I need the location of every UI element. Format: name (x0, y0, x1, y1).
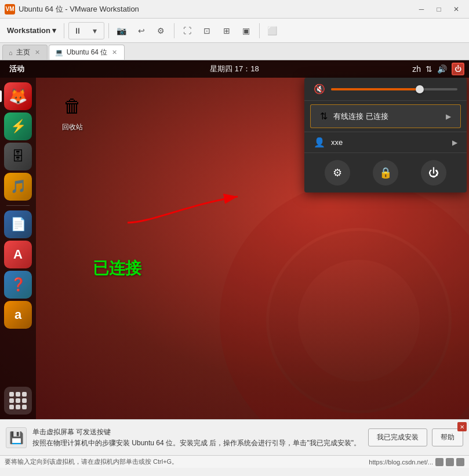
volume-slider-track[interactable] (331, 88, 457, 90)
full-screen-button[interactable]: ⛶ (179, 23, 196, 39)
install-done-button[interactable]: 我已完成安装 (368, 428, 427, 446)
network-label: 有线连接 已连接 (333, 111, 440, 122)
notification-sub-text: 按照在物理计算机中的步骤安装 Ubuntu 64 位。安装完成 后，操作系统会进… (32, 438, 362, 448)
toolbar: Workstation ▾ ⏸ ▾ 📷 ↩ ⚙ ⛶ ⊡ ⊞ ▣ ⬜ (0, 19, 469, 43)
network-panel-icon[interactable]: ⇅ (426, 64, 432, 74)
volume-slider-thumb[interactable] (416, 85, 424, 93)
status-bar: 要将输入定向到该虚拟机，请在虚拟机内部单击或按 Ctrl+G。 https://… (0, 455, 469, 468)
desktop-icon-trash[interactable]: 🗑 回收站 (52, 92, 93, 132)
panel-left: 活动 (5, 60, 29, 78)
workstation-menu[interactable]: Workstation ▾ (3, 24, 60, 37)
notification-buttons: 我已完成安装 帮助 (368, 428, 463, 446)
maximize-button[interactable]: □ (431, 3, 447, 16)
pause-dropdown[interactable]: ▾ (86, 23, 104, 39)
tab-ubuntu[interactable]: 💻 Ubuntu 64 位 ✕ (49, 45, 125, 60)
ubuntu-swirl-decoration (214, 176, 469, 419)
tab-home-close[interactable]: ✕ (34, 49, 41, 56)
settings-action-button[interactable]: ⚙ (325, 160, 350, 186)
notification-bar: 💾 单击虚拟屏幕 可发送按键 按照在物理计算机中的步骤安装 Ubuntu 64 … (0, 419, 469, 455)
view-button[interactable]: ▣ (238, 23, 255, 39)
pause-button-group: ⏸ ▾ (68, 22, 104, 39)
title-bar: VM Ubuntu 64 位 - VMware Workstation ─ □ … (0, 0, 469, 19)
lock-action-button[interactable]: 🔒 (373, 160, 398, 186)
revert-button[interactable]: ↩ (133, 23, 150, 39)
tab-home-label: 主页 (16, 48, 30, 57)
network-icon: ⇅ (320, 111, 328, 122)
toolbar-separator-4 (259, 23, 260, 38)
system-tray-dropdown: 🔇 ⇅ 有线连接 已连接 ▶ 👤 xxe ▶ (304, 78, 467, 192)
power-action-button[interactable]: ⏻ (421, 160, 446, 186)
connected-annotation-text: 已连接 (93, 257, 141, 279)
tabs-bar: ⌂ 主页 ✕ 💻 Ubuntu 64 位 ✕ (0, 43, 469, 60)
activities-button[interactable]: 活动 (5, 60, 29, 78)
show-apps-button[interactable] (4, 387, 32, 415)
notification-icon: 💾 (6, 427, 27, 448)
dock-item-appstore[interactable]: A (4, 241, 32, 268)
dock-item-music[interactable]: 🎵 (4, 173, 32, 201)
user-label: xxe (331, 138, 446, 147)
title-bar-controls: ─ □ ✕ (413, 3, 464, 16)
console-button[interactable]: ⬜ (264, 23, 281, 39)
apps-grid-icon (9, 392, 27, 409)
title-bar-left: VM Ubuntu 64 位 - VMware Workstation (5, 4, 139, 14)
volume-panel-icon[interactable]: 🔊 (437, 64, 447, 74)
status-url: https://blog.csdn.net/... (369, 459, 433, 466)
volume-mute-icon[interactable]: 🔇 (314, 83, 325, 95)
vm-screen-area[interactable]: 活动 星期四 17：18 zh ⇅ 🔊 ⏻ 🦊 ⚡ 🗄 🎵 (0, 60, 469, 419)
status-icon-1 (435, 458, 443, 466)
fit-button[interactable]: ⊡ (198, 23, 216, 39)
minimize-button[interactable]: ─ (413, 3, 430, 16)
dropdown-divider-1 (304, 100, 467, 101)
ubuntu-desktop[interactable]: 活动 星期四 17：18 zh ⇅ 🔊 ⏻ 🦊 ⚡ 🗄 🎵 (0, 60, 469, 419)
status-right: https://blog.csdn.net/... (369, 458, 464, 466)
ubuntu-icon: 💻 (55, 49, 63, 56)
volume-row: 🔇 (314, 83, 457, 95)
dock-item-help[interactable]: ❓ (4, 271, 32, 299)
dock-separator (6, 205, 30, 206)
tab-home[interactable]: ⌂ 主页 ✕ (2, 45, 48, 60)
home-icon: ⌂ (9, 49, 13, 56)
tab-ubuntu-label: Ubuntu 64 位 (67, 48, 108, 57)
dock-item-firefox[interactable]: 🦊 (4, 82, 32, 110)
power-panel-button[interactable]: ⏻ (452, 63, 464, 75)
unity-button[interactable]: ⊞ (218, 23, 235, 39)
trash-icon: 🗑 (59, 92, 86, 120)
svg-point-1 (283, 245, 434, 396)
status-icon-3 (456, 458, 464, 466)
network-row[interactable]: ⇅ 有线连接 已连接 ▶ (310, 104, 461, 128)
user-avatar-icon: 👤 (314, 137, 325, 148)
pause-button[interactable]: ⏸ (69, 23, 86, 39)
user-arrow-icon: ▶ (452, 139, 457, 147)
workstation-dropdown-arrow: ▾ (52, 26, 56, 35)
toolbar-separator-1 (64, 23, 64, 38)
dock-item-writer[interactable]: 📄 (4, 210, 32, 238)
panel-right: zh ⇅ 🔊 ⏻ (412, 63, 464, 75)
gnome-top-panel: 活动 星期四 17：18 zh ⇅ 🔊 ⏻ (0, 60, 469, 78)
vmware-icon: VM (5, 4, 15, 14)
notification-close-button[interactable]: ✕ (457, 422, 467, 431)
lang-indicator[interactable]: zh (412, 64, 421, 74)
dock-item-thunderbird[interactable]: ⚡ (4, 112, 32, 140)
toolbar-separator-3 (174, 23, 174, 38)
trash-label: 回收站 (62, 122, 83, 132)
tab-ubuntu-close[interactable]: ✕ (111, 49, 118, 56)
dock-item-files[interactable]: 🗄 (4, 143, 32, 170)
toolbar-separator-2 (108, 23, 109, 38)
close-button[interactable]: ✕ (448, 3, 464, 16)
settings-button[interactable]: ⚙ (152, 23, 170, 39)
action-row: ⚙ 🔒 ⏻ (304, 153, 467, 192)
notification-main-text: 单击虚拟屏幕 可发送按键 (32, 427, 362, 437)
status-left-text: 要将输入定向到该虚拟机，请在虚拟机内部单击或按 Ctrl+G。 (5, 457, 178, 466)
workstation-label: Workstation (7, 26, 50, 35)
panel-datetime: 星期四 17：18 (210, 64, 259, 74)
volume-section: 🔇 (304, 78, 467, 100)
window-title: Ubuntu 64 位 - VMware Workstation (19, 4, 139, 14)
gnome-dock: 🦊 ⚡ 🗄 🎵 📄 A ❓ a (0, 78, 36, 419)
network-arrow-icon: ▶ (446, 112, 451, 121)
user-row[interactable]: 👤 xxe ▶ (304, 132, 467, 152)
volume-slider-fill (331, 88, 420, 90)
dock-item-amazon[interactable]: a (4, 301, 32, 329)
notification-text-area: 单击虚拟屏幕 可发送按键 按照在物理计算机中的步骤安装 Ubuntu 64 位。… (32, 427, 362, 448)
snapshot-button[interactable]: 📷 (113, 23, 130, 39)
status-icon-2 (446, 458, 454, 466)
